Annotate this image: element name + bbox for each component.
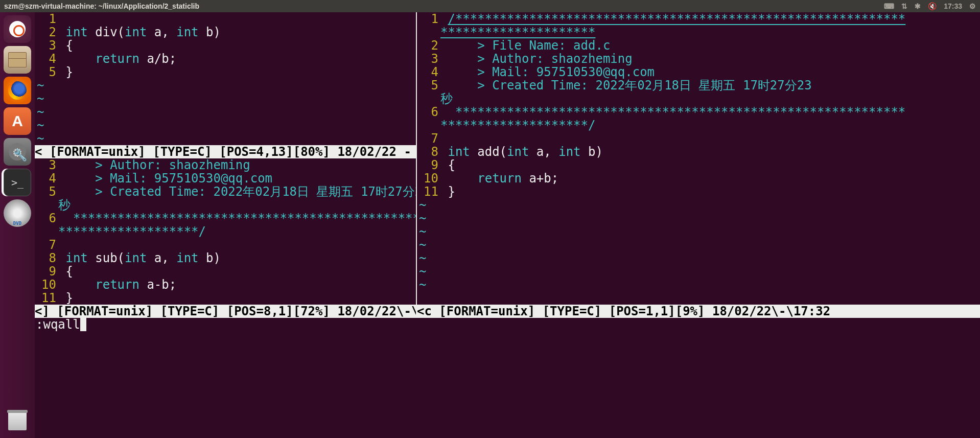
power-icon[interactable]: ⚙ bbox=[969, 2, 976, 10]
line-number: 9 bbox=[417, 158, 440, 172]
empty-line: ~ bbox=[417, 238, 980, 251]
code-text: } bbox=[58, 291, 416, 305]
code-text: int sub(int a, int b) bbox=[58, 251, 416, 265]
vim-commandline[interactable]: :wqall bbox=[35, 318, 980, 331]
code-line: 9 { bbox=[35, 265, 416, 278]
line-number: 2 bbox=[35, 26, 58, 39]
code-text: { bbox=[440, 158, 980, 172]
empty-line: ~ bbox=[417, 225, 980, 238]
code-text: > Created Time: 2022年02月18日 星期五 17时27分23… bbox=[58, 185, 416, 198]
line-number: 10 bbox=[417, 172, 440, 185]
firefox-icon[interactable] bbox=[4, 77, 31, 104]
code-text: return a+b; bbox=[440, 172, 980, 185]
statusbar-right: <c [FORMAT=unix] [TYPE=C] [POS=1,1][9%] … bbox=[417, 305, 980, 318]
software-center-icon[interactable]: A bbox=[4, 107, 31, 135]
code-line: 2 int div(int a, int b) bbox=[35, 26, 416, 39]
clock[interactable]: 17:33 bbox=[944, 2, 962, 10]
code-text: int div(int a, int b) bbox=[58, 26, 416, 39]
code-line: 4 > Mail: 957510530@qq.com bbox=[35, 172, 416, 185]
code-line: 11 } bbox=[35, 291, 416, 305]
line-number: 9 bbox=[35, 265, 58, 278]
code-line: 5 > Created Time: 2022年02月18日 星期五 17时27分… bbox=[417, 79, 980, 92]
code-text bbox=[58, 12, 416, 26]
volume-icon[interactable]: 🔇 bbox=[928, 2, 937, 10]
terminal-icon[interactable]: >_ bbox=[4, 169, 31, 196]
code-line: 秒 bbox=[417, 92, 980, 105]
dash-icon[interactable] bbox=[4, 15, 31, 43]
empty-line: ~ bbox=[35, 132, 416, 145]
line-number bbox=[417, 119, 440, 132]
line-number bbox=[35, 198, 58, 212]
unity-launcher: A 🔧 >_ DVD bbox=[0, 12, 35, 438]
code-line: 3 > Author: shaozheming bbox=[417, 52, 980, 65]
statusbar-bottom-left: <] [FORMAT=unix] [TYPE=C] [POS=8,1][72%]… bbox=[35, 305, 417, 318]
line-number bbox=[35, 225, 58, 238]
right-column: 1 /*************************************… bbox=[417, 12, 980, 305]
code-line: 3 > Author: shaozheming bbox=[35, 158, 416, 172]
line-number: 11 bbox=[35, 291, 58, 305]
empty-line: ~ bbox=[35, 119, 416, 132]
code-line: 8 int add(int a, int b) bbox=[417, 145, 980, 158]
code-line: 8 int sub(int a, int b) bbox=[35, 251, 416, 265]
code-line: 11 } bbox=[417, 185, 980, 198]
network-icon[interactable]: ⇅ bbox=[901, 2, 907, 10]
system-tray: ⌨ ⇅ ✱ 🔇 17:33 ⚙ bbox=[884, 2, 976, 10]
code-text: 秒 bbox=[440, 92, 980, 105]
keyboard-icon[interactable]: ⌨ bbox=[884, 2, 894, 10]
code-text: } bbox=[440, 185, 980, 198]
code-text: > Author: shaozheming bbox=[58, 158, 416, 172]
code-line: *******************/ bbox=[35, 225, 416, 238]
code-line: 6 **************************************… bbox=[35, 212, 416, 225]
line-number: 6 bbox=[35, 212, 58, 225]
code-text: *******************/ bbox=[58, 225, 416, 238]
files-icon[interactable] bbox=[4, 46, 31, 74]
code-line: ********************* bbox=[417, 26, 980, 39]
code-line: 3 { bbox=[35, 39, 416, 52]
line-number: 3 bbox=[35, 39, 58, 52]
line-number: 5 bbox=[35, 185, 58, 198]
terminal-window[interactable]: 1 2 int div(int a, int b)3 {4 return a/b… bbox=[35, 12, 980, 438]
line-number bbox=[417, 92, 440, 105]
code-text: > File Name: add.c bbox=[440, 39, 980, 52]
window-titlebar: szm@szm-virtual-machine: ~/linux/Applica… bbox=[0, 0, 980, 12]
empty-line: ~ bbox=[417, 212, 980, 225]
code-text: > Mail: 957510530@qq.com bbox=[440, 65, 980, 79]
pane-right[interactable]: 1 /*************************************… bbox=[417, 12, 980, 305]
code-text: ****************************************… bbox=[440, 105, 980, 119]
code-text: ****************************************… bbox=[58, 212, 416, 225]
code-line: ********************/ bbox=[417, 119, 980, 132]
left-column: 1 2 int div(int a, int b)3 {4 return a/b… bbox=[35, 12, 417, 305]
line-number: 5 bbox=[417, 79, 440, 92]
settings-icon[interactable]: 🔧 bbox=[4, 138, 31, 166]
code-line: 5 } bbox=[35, 65, 416, 79]
empty-line: ~ bbox=[417, 278, 980, 291]
cursor-icon bbox=[80, 318, 86, 331]
empty-line: ~ bbox=[417, 198, 980, 212]
vim-splits: 1 2 int div(int a, int b)3 {4 return a/b… bbox=[35, 12, 980, 305]
disc-icon[interactable]: DVD bbox=[4, 199, 31, 227]
line-number: 2 bbox=[417, 39, 440, 52]
pane-bottom-left[interactable]: 3 > Author: shaozheming4 > Mail: 9575105… bbox=[35, 158, 416, 305]
trash-icon[interactable] bbox=[4, 406, 31, 434]
code-text: /***************************************… bbox=[440, 12, 980, 26]
code-text: int add(int a, int b) bbox=[440, 145, 980, 158]
code-line: 9 { bbox=[417, 158, 980, 172]
line-number: 7 bbox=[417, 132, 440, 145]
code-text: } bbox=[58, 65, 416, 79]
code-text: { bbox=[58, 265, 416, 278]
line-number: 11 bbox=[417, 185, 440, 198]
pane-top-left[interactable]: 1 2 int div(int a, int b)3 {4 return a/b… bbox=[35, 12, 416, 158]
window-title: szm@szm-virtual-machine: ~/linux/Applica… bbox=[4, 2, 884, 10]
line-number bbox=[417, 26, 440, 39]
empty-line: ~ bbox=[35, 79, 416, 92]
line-number: 5 bbox=[35, 65, 58, 79]
code-text: > Author: shaozheming bbox=[440, 52, 980, 65]
code-text: > Created Time: 2022年02月18日 星期五 17时27分23 bbox=[440, 79, 980, 92]
code-text: ********************/ bbox=[440, 119, 980, 132]
line-number: 10 bbox=[35, 278, 58, 291]
empty-line: ~ bbox=[417, 251, 980, 265]
bluetooth-icon[interactable]: ✱ bbox=[915, 2, 921, 10]
code-line: 7 bbox=[35, 238, 416, 251]
statusbar-top-left: < [FORMAT=unix] [TYPE=C] [POS=4,13][80%]… bbox=[35, 145, 416, 158]
code-line: 5 > Created Time: 2022年02月18日 星期五 17时27分… bbox=[35, 185, 416, 198]
